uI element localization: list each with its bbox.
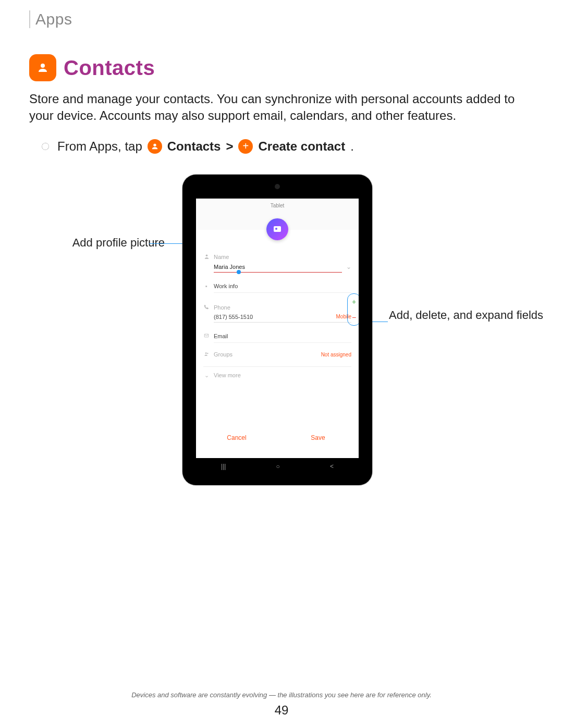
tablet-nav-bar: ||| ○ < [196, 460, 359, 473]
work-field-row: ▪ Work info [203, 273, 351, 292]
groups-icon [203, 351, 210, 358]
work-info-input[interactable]: Work info [214, 281, 351, 291]
cancel-button[interactable]: Cancel [196, 434, 277, 441]
person-icon [151, 142, 159, 151]
svg-point-5 [207, 353, 208, 354]
name-input[interactable]: Maria Jones [214, 262, 342, 273]
chevron-icon: > [226, 139, 233, 154]
email-icon [203, 333, 210, 339]
create-contact-label: Create contact [258, 139, 345, 154]
intro-text: Store and manage your contacts. You can … [29, 91, 534, 125]
person-icon [203, 254, 210, 261]
contacts-app-icon [29, 54, 56, 81]
groups-row[interactable]: Groups Not assigned [203, 343, 351, 366]
phone-number: (817) 555-1510 [214, 314, 253, 320]
phone-input[interactable]: (817) 555-1510 Mobile [214, 312, 351, 323]
camera-icon [274, 226, 281, 232]
storage-location: Tablet [271, 203, 285, 208]
callout-profile-picture: Add profile picture [29, 236, 165, 250]
device-illustration-area: Add profile picture Add, delete, and exp… [29, 175, 534, 508]
back-nav-icon[interactable]: < [330, 463, 334, 470]
page-number: 49 [0, 703, 563, 718]
chevron-down-icon: ⌄ [203, 372, 210, 379]
plus-icon: + [238, 139, 253, 154]
add-profile-picture-button[interactable] [266, 218, 288, 240]
groups-label: Groups [214, 351, 232, 357]
disclaimer-text: Devices and software are constantly evol… [0, 691, 563, 699]
name-field-row: Name [203, 249, 351, 262]
expand-name-icon[interactable]: ⌄ [346, 263, 351, 270]
contacts-label: Contacts [167, 139, 221, 154]
section-breadcrumb: Apps [29, 10, 534, 28]
add-remove-field-controls: + − [347, 293, 359, 326]
phone-icon [203, 304, 210, 311]
view-more-button[interactable]: ⌄ View more [203, 367, 351, 384]
recents-nav-icon[interactable]: ||| [221, 463, 226, 470]
remove-field-button[interactable]: − [348, 310, 359, 325]
contact-form: Name Maria Jones ⌄ ▪ Work info [196, 230, 359, 384]
name-label: Name [214, 254, 229, 260]
email-field-row: Email [203, 323, 351, 342]
groups-value: Not assigned [321, 352, 351, 357]
svg-point-4 [205, 352, 206, 354]
svg-point-1 [153, 143, 156, 146]
page-title: Contacts [64, 56, 155, 80]
home-nav-icon[interactable]: ○ [276, 463, 280, 470]
building-icon: ▪ [203, 283, 210, 289]
svg-point-0 [41, 64, 45, 68]
save-button[interactable]: Save [277, 434, 359, 441]
tablet-camera-dot [275, 184, 280, 189]
step-prefix: From Apps, tap [57, 139, 142, 154]
phone-label: Phone [214, 304, 230, 311]
svg-point-2 [205, 254, 207, 256]
action-buttons-row: Cancel Save [196, 434, 359, 441]
instruction-step: From Apps, tap Contacts > + Create conta… [29, 139, 534, 154]
view-more-label: View more [214, 372, 241, 378]
bullet-icon [42, 143, 49, 150]
page-title-row: Contacts [29, 54, 534, 81]
add-field-button[interactable]: + [348, 294, 359, 310]
callout-expand-fields: Add, delete, and expand fields [389, 308, 545, 323]
person-icon [36, 61, 49, 74]
email-input[interactable]: Email [214, 331, 351, 341]
contacts-icon [148, 139, 162, 154]
tablet-device-frame: Tablet Name Maria Jones ⌄ [182, 175, 372, 485]
phone-field-row: Phone [203, 293, 351, 312]
tablet-screen: Tablet Name Maria Jones ⌄ [196, 199, 359, 458]
period: . [350, 139, 354, 154]
